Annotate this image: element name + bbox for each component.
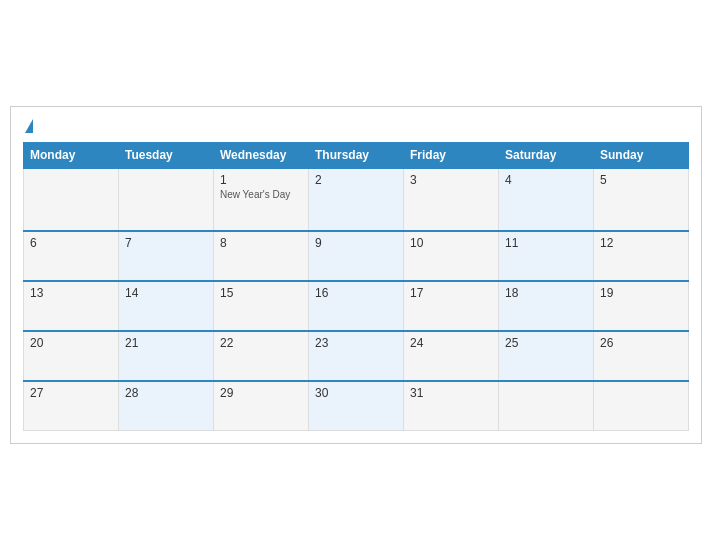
day-number: 31 xyxy=(410,386,423,400)
calendar-container: MondayTuesdayWednesdayThursdayFridaySatu… xyxy=(10,106,702,445)
calendar-cell: 22 xyxy=(214,331,309,381)
day-number: 18 xyxy=(505,286,518,300)
calendar-cell: 19 xyxy=(594,281,689,331)
calendar-cell: 7 xyxy=(119,231,214,281)
day-number: 2 xyxy=(315,173,322,187)
day-number: 14 xyxy=(125,286,138,300)
calendar-week-row: 1New Year's Day2345 xyxy=(24,168,689,231)
calendar-cell: 11 xyxy=(499,231,594,281)
calendar-cell xyxy=(594,381,689,431)
calendar-cell: 1New Year's Day xyxy=(214,168,309,231)
day-number: 29 xyxy=(220,386,233,400)
calendar-cell: 17 xyxy=(404,281,499,331)
calendar-week-row: 13141516171819 xyxy=(24,281,689,331)
day-number: 21 xyxy=(125,336,138,350)
day-number: 28 xyxy=(125,386,138,400)
day-number: 10 xyxy=(410,236,423,250)
day-number: 19 xyxy=(600,286,613,300)
day-number: 12 xyxy=(600,236,613,250)
day-header-tuesday: Tuesday xyxy=(119,143,214,169)
calendar-week-row: 2728293031 xyxy=(24,381,689,431)
calendar-cell: 18 xyxy=(499,281,594,331)
calendar-cell: 31 xyxy=(404,381,499,431)
logo-blue-text xyxy=(23,117,33,135)
day-number: 27 xyxy=(30,386,43,400)
calendar-cell: 23 xyxy=(309,331,404,381)
day-header-saturday: Saturday xyxy=(499,143,594,169)
calendar-cell: 27 xyxy=(24,381,119,431)
logo-triangle-icon xyxy=(25,119,33,133)
calendar-cell: 15 xyxy=(214,281,309,331)
calendar-cell: 3 xyxy=(404,168,499,231)
day-number: 13 xyxy=(30,286,43,300)
day-header-thursday: Thursday xyxy=(309,143,404,169)
logo xyxy=(23,117,33,135)
day-number: 16 xyxy=(315,286,328,300)
calendar-cell: 4 xyxy=(499,168,594,231)
calendar-cell: 9 xyxy=(309,231,404,281)
calendar-cell: 14 xyxy=(119,281,214,331)
calendar-grid: MondayTuesdayWednesdayThursdayFridaySatu… xyxy=(23,142,689,431)
holiday-label: New Year's Day xyxy=(220,189,302,200)
calendar-cell: 24 xyxy=(404,331,499,381)
calendar-cell: 10 xyxy=(404,231,499,281)
calendar-week-row: 6789101112 xyxy=(24,231,689,281)
day-number: 26 xyxy=(600,336,613,350)
calendar-cell: 13 xyxy=(24,281,119,331)
calendar-cell: 26 xyxy=(594,331,689,381)
day-header-sunday: Sunday xyxy=(594,143,689,169)
day-header-wednesday: Wednesday xyxy=(214,143,309,169)
calendar-cell: 16 xyxy=(309,281,404,331)
day-number: 8 xyxy=(220,236,227,250)
day-number: 5 xyxy=(600,173,607,187)
day-number: 17 xyxy=(410,286,423,300)
calendar-cell xyxy=(24,168,119,231)
calendar-cell: 12 xyxy=(594,231,689,281)
day-number: 23 xyxy=(315,336,328,350)
calendar-cell: 2 xyxy=(309,168,404,231)
calendar-cell: 30 xyxy=(309,381,404,431)
calendar-cell: 6 xyxy=(24,231,119,281)
calendar-cell xyxy=(499,381,594,431)
day-number: 1 xyxy=(220,173,227,187)
calendar-week-row: 20212223242526 xyxy=(24,331,689,381)
day-number: 15 xyxy=(220,286,233,300)
calendar-cell: 20 xyxy=(24,331,119,381)
day-number: 7 xyxy=(125,236,132,250)
calendar-cell: 25 xyxy=(499,331,594,381)
day-number: 4 xyxy=(505,173,512,187)
day-number: 11 xyxy=(505,236,518,250)
day-header-monday: Monday xyxy=(24,143,119,169)
day-number: 20 xyxy=(30,336,43,350)
day-number: 22 xyxy=(220,336,233,350)
days-header-row: MondayTuesdayWednesdayThursdayFridaySatu… xyxy=(24,143,689,169)
day-header-friday: Friday xyxy=(404,143,499,169)
day-number: 9 xyxy=(315,236,322,250)
calendar-cell: 21 xyxy=(119,331,214,381)
day-number: 6 xyxy=(30,236,37,250)
calendar-cell: 29 xyxy=(214,381,309,431)
calendar-cell xyxy=(119,168,214,231)
calendar-cell: 5 xyxy=(594,168,689,231)
day-number: 30 xyxy=(315,386,328,400)
day-number: 24 xyxy=(410,336,423,350)
calendar-cell: 8 xyxy=(214,231,309,281)
calendar-header xyxy=(23,117,689,135)
day-number: 3 xyxy=(410,173,417,187)
calendar-cell: 28 xyxy=(119,381,214,431)
day-number: 25 xyxy=(505,336,518,350)
